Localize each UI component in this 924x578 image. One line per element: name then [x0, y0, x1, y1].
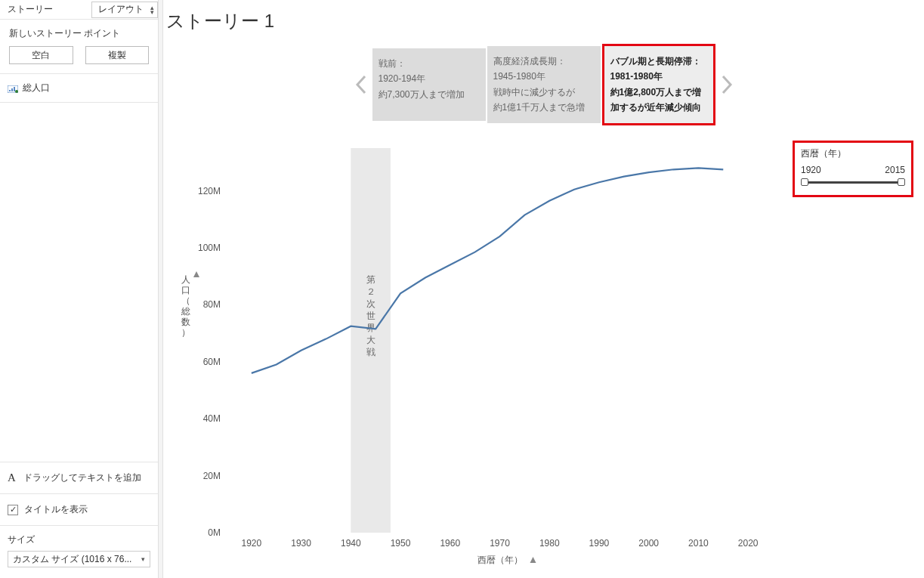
caption-card-3-active[interactable]: バブル期と長期停滞： 1981-1980年 約1億2,800万人まで増 加するが…: [602, 44, 715, 125]
show-title-row: ✓ タイトルを表示: [0, 494, 158, 526]
caption-line: 戦前：: [379, 56, 480, 71]
slider-handle-to[interactable]: [898, 178, 905, 186]
svg-point-4: [15, 90, 18, 93]
svg-text:総: 総: [181, 306, 190, 317]
select-caret-icon: ▴▾: [150, 5, 154, 14]
svg-text:1920: 1920: [242, 538, 262, 549]
svg-text:1950: 1950: [391, 538, 411, 549]
filter-title: 西暦（年）: [801, 147, 905, 160]
caption-line: 約1億2,800万人まで増: [610, 85, 707, 100]
slider-bar: [805, 181, 901, 184]
size-select[interactable]: カスタム サイズ (1016 x 76... ▾: [8, 551, 150, 567]
slider-handle-from[interactable]: [801, 178, 808, 186]
sheet-item[interactable]: 総人口: [0, 79, 158, 97]
svg-text:2000: 2000: [638, 538, 659, 549]
svg-text:）: ）: [181, 327, 190, 338]
svg-text:２: ２: [366, 286, 375, 297]
svg-text:口: 口: [181, 285, 190, 295]
sheet-list: 総人口: [0, 73, 158, 103]
year-filter-card: 西暦（年） 1920 2015: [793, 141, 913, 197]
svg-text:100M: 100M: [198, 243, 221, 253]
tab-story[interactable]: ストーリー: [0, 0, 60, 19]
svg-text:1970: 1970: [490, 538, 510, 549]
blank-button[interactable]: 空白: [9, 46, 73, 64]
svg-rect-1: [9, 90, 11, 91]
svg-text:60M: 60M: [203, 357, 221, 367]
slider-from-label: 1920: [801, 165, 821, 175]
line-chart[interactable]: 第２次世界大戦0M20M40M60M80M100M120M人口（総数）19201…: [174, 141, 780, 570]
svg-text:西暦（年）: 西暦（年）: [477, 555, 523, 565]
svg-text:（: （: [181, 295, 190, 306]
svg-text:人: 人: [181, 274, 190, 285]
caption-line: 1945-1980年: [493, 69, 595, 84]
caption-line: 1920-194年: [379, 71, 480, 86]
new-story-point-label: 新しいストーリー ポイント: [0, 20, 158, 46]
next-caption-button[interactable]: [715, 73, 738, 96]
duplicate-button[interactable]: 複製: [85, 46, 150, 64]
svg-text:2020: 2020: [738, 538, 759, 549]
svg-text:0M: 0M: [208, 527, 221, 538]
caption-card-2[interactable]: 高度経済成長期： 1945-1980年 戦時中に減少するが 約1億1千万人まで急…: [487, 46, 601, 123]
new-point-buttons: 空白 複製: [0, 46, 158, 73]
svg-text:戦: 戦: [366, 347, 375, 357]
chevron-right-icon: [721, 75, 733, 94]
svg-text:1960: 1960: [440, 538, 460, 549]
svg-rect-3: [14, 87, 15, 91]
slider-to-label: 2015: [885, 165, 905, 175]
slider-labels: 1920 2015: [801, 165, 905, 175]
caption-line: 1981-1980年: [610, 69, 707, 84]
sheet-item-label: 総人口: [23, 82, 50, 94]
svg-text:世: 世: [366, 311, 375, 321]
caption-line: 約7,300万人まで増加: [379, 87, 480, 102]
story-canvas: ストーリー 1 戦前： 1920-194年 約7,300万人まで増加 高度経済成…: [163, 0, 924, 578]
chart-area: 第２次世界大戦0M20M40M60M80M100M120M人口（総数）19201…: [174, 141, 780, 570]
svg-text:1980: 1980: [539, 538, 560, 549]
size-label: サイズ: [8, 533, 150, 546]
svg-text:120M: 120M: [198, 186, 221, 196]
caption-line: 加するが近年減少傾向: [610, 100, 707, 115]
svg-text:1930: 1930: [291, 538, 311, 549]
chevron-left-icon: [355, 75, 367, 94]
svg-text:次: 次: [366, 298, 375, 309]
show-title-checkbox[interactable]: ✓: [8, 505, 18, 515]
worksheet-icon: [8, 85, 18, 92]
drag-text-row[interactable]: A ドラッグしてテキストを追加: [0, 462, 158, 494]
layout-select-value: レイアウト: [98, 3, 144, 16]
caption-line: 戦時中に減少するが: [493, 85, 595, 100]
svg-rect-2: [11, 88, 13, 91]
svg-text:40M: 40M: [203, 413, 221, 424]
svg-text:1940: 1940: [341, 538, 361, 549]
size-section: サイズ カスタム サイズ (1016 x 76... ▾: [0, 526, 158, 578]
svg-text:80M: 80M: [203, 299, 221, 310]
svg-text:2010: 2010: [688, 538, 709, 549]
story-title[interactable]: ストーリー 1: [163, 8, 924, 41]
caption-line: 約1億1千万人まで急増: [493, 100, 595, 115]
caption-navigator: 戦前： 1920-194年 約7,300万人まで増加 高度経済成長期： 1945…: [163, 44, 924, 125]
sidebar: ストーリー レイアウト ▴▾ 新しいストーリー ポイント 空白 複製 総人口 A: [0, 0, 159, 578]
svg-text:第: 第: [366, 274, 375, 285]
svg-text:数: 数: [181, 317, 190, 327]
year-range-slider[interactable]: [801, 177, 905, 187]
caption-line: バブル期と長期停滞：: [610, 54, 707, 69]
svg-text:大: 大: [366, 335, 375, 345]
caption-card-1[interactable]: 戦前： 1920-194年 約7,300万人まで増加: [372, 48, 486, 121]
prev-caption-button[interactable]: [350, 73, 372, 96]
drag-text-label: ドラッグしてテキストを追加: [23, 471, 141, 484]
size-select-value: カスタム サイズ (1016 x 76...: [13, 553, 131, 566]
svg-text:1990: 1990: [589, 538, 610, 549]
svg-text:20M: 20M: [203, 471, 221, 481]
select-caret-icon: ▾: [141, 555, 145, 563]
text-icon: A: [8, 471, 16, 484]
show-title-label: タイトルを表示: [24, 503, 88, 516]
sidebar-tabs: ストーリー レイアウト ▴▾: [0, 0, 158, 20]
caption-line: 高度経済成長期：: [493, 54, 595, 69]
layout-select[interactable]: レイアウト ▴▾: [91, 2, 158, 18]
